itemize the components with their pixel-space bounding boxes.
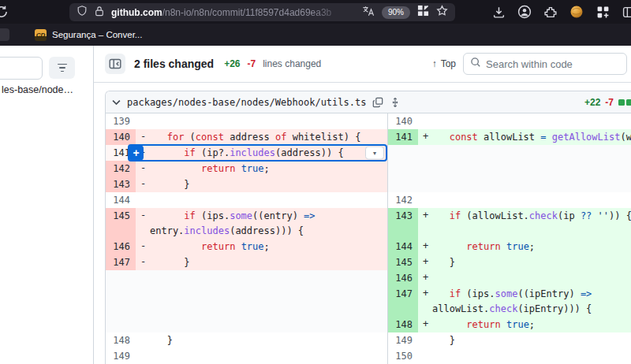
diff-marker [418, 332, 431, 348]
browser-tab[interactable]: CD Segurança – Conver... [28, 26, 148, 43]
file-additions: +22 [584, 97, 600, 108]
filter-button[interactable] [49, 57, 75, 79]
diff-cell-left: 147- } [106, 254, 387, 270]
file-filter-input[interactable] [0, 57, 43, 80]
line-number[interactable]: 146 [388, 270, 418, 286]
code-line: } [431, 332, 631, 348]
partial-tab-icon[interactable] [0, 28, 9, 41]
add-comment-button[interactable]: + [129, 146, 144, 161]
diff-cell-right: 147+ if (ips.some((ipEntry) => allowList… [387, 286, 631, 317]
diff-marker: + [418, 129, 431, 145]
lines-changed-label: lines changed [263, 58, 321, 69]
refresh-icon[interactable] [0, 5, 9, 22]
diff-row: 146- return true;144+ return true; [106, 239, 631, 254]
toolbar-actions [491, 0, 631, 24]
diffstat-block [626, 99, 631, 106]
github-page: les-base/node… 2 files changed +26 -7 li… [0, 46, 631, 364]
bookmark-star-icon[interactable] [436, 5, 448, 20]
downloads-icon[interactable] [491, 4, 506, 20]
diff-row: 146+ [106, 270, 631, 286]
tab-favicon: CD [35, 29, 47, 41]
scroll-to-top-link[interactable]: ↑ Top [432, 58, 456, 69]
line-number[interactable]: 144 [106, 192, 136, 208]
url-bar[interactable]: github.com/n8n-io/n8n/commit/11f8597d4ad… [69, 3, 455, 21]
code-line: } [148, 254, 387, 270]
diff-cell-right: 140 [387, 113, 631, 129]
line-number[interactable]: 145 [388, 254, 418, 270]
diff-main: 2 files changed +26 -7 lines changed ↑ T… [94, 46, 631, 364]
diff-cell-left: 139 [106, 113, 387, 129]
diff-cell-left: 148 } [106, 332, 387, 348]
line-number[interactable]: 145 [106, 208, 136, 239]
diffstat-blocks [618, 99, 631, 106]
lock-icon[interactable] [95, 6, 104, 20]
browser-tab-bar: CD Segurança – Conver... [0, 24, 631, 46]
code-line [148, 348, 387, 364]
line-number[interactable]: 144 [388, 239, 418, 254]
line-number[interactable]: 146 [106, 239, 136, 254]
line-number[interactable]: 139 [106, 113, 136, 129]
toggle-file-tree-button[interactable] [105, 54, 125, 74]
line-number [106, 317, 136, 332]
file-tree-item[interactable]: les-base/node… [2, 84, 73, 95]
diff-cell-left [106, 317, 387, 332]
line-number[interactable]: 142 [106, 161, 136, 176]
code-line [431, 348, 631, 364]
shield-icon[interactable] [77, 5, 88, 20]
addon-globe-icon[interactable] [569, 4, 584, 20]
file-path[interactable]: packages/nodes-base/nodes/Webhook/utils.… [127, 97, 366, 108]
diff-cell-right: 141+ const allowList = getAllowList(whit… [387, 129, 631, 145]
search-within-code-box[interactable] [463, 53, 627, 75]
diff-marker: - [136, 129, 148, 145]
line-number[interactable]: 148 [388, 317, 418, 332]
line-number[interactable]: 141 [388, 129, 418, 145]
line-number [388, 145, 418, 161]
diff-cell-left [106, 270, 387, 286]
line-number[interactable]: 149 [388, 332, 418, 348]
line-number[interactable]: 148 [106, 332, 136, 348]
diff-row: 145- if (ips.some((entry) => entry.inclu… [106, 208, 631, 239]
search-input[interactable] [486, 58, 625, 70]
diff-cell-right: 144+ return true; [387, 239, 631, 254]
line-number[interactable]: 147 [388, 286, 418, 317]
code-line [148, 286, 387, 317]
diff-cell-right [387, 161, 631, 176]
diff-marker [136, 317, 148, 332]
line-number[interactable]: 142 [388, 192, 418, 208]
account-icon[interactable] [517, 4, 532, 20]
drag-grabber-icon[interactable] [390, 97, 401, 108]
line-number[interactable]: 150 [388, 348, 418, 364]
extension-puzzle-icon[interactable] [543, 4, 558, 20]
diff-marker [136, 270, 148, 286]
line-menu-caret-button[interactable]: ▾ [365, 147, 384, 160]
diff-cell-left: 141- if (ip?.includes(address)) {+▾ [106, 145, 387, 161]
code-line: if (allowList.check(ip ?? '')) { [431, 208, 631, 239]
line-number[interactable]: 140 [388, 113, 418, 129]
file-header: packages/nodes-base/nodes/Webhook/utils.… [106, 91, 631, 113]
translate-icon[interactable] [362, 6, 375, 20]
extensions-grid-icon[interactable] [595, 4, 610, 20]
zoom-level-badge[interactable]: 90% [382, 6, 410, 19]
sidebar-toggle-icon[interactable] [621, 4, 631, 20]
diff-marker [136, 192, 148, 208]
file-tree-sidebar: les-base/node… [0, 46, 94, 364]
diff-row: 143- } [106, 176, 631, 192]
diff-marker: + [418, 239, 431, 254]
diff-row: 149150 [106, 348, 631, 364]
code-line: } [148, 176, 387, 192]
tab-grid-icon[interactable] [417, 5, 429, 20]
line-number[interactable]: 143 [106, 176, 136, 192]
url-text: github.com/n8n-io/n8n/commit/11f8597d4ad… [111, 7, 355, 18]
copy-path-icon[interactable] [372, 97, 383, 108]
total-deletions: -7 [248, 58, 256, 69]
code-line [431, 145, 631, 161]
file-diffstat: +22 -7 [584, 97, 631, 108]
line-number[interactable]: 143 [388, 208, 418, 239]
diff-marker: - [136, 208, 148, 239]
line-number[interactable]: 140 [106, 129, 136, 145]
line-number[interactable]: 149 [106, 348, 136, 364]
line-number[interactable]: 147 [106, 254, 136, 270]
collapse-file-chevron-icon[interactable] [112, 99, 121, 106]
code-line: if (ips.some((ipEntry) => allowList.chec… [431, 286, 631, 317]
code-line: return true; [431, 239, 631, 254]
